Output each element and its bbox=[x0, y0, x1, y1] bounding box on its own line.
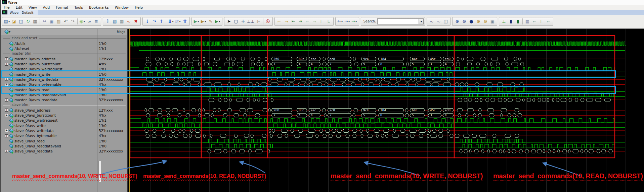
add-to-wave-button[interactable]: ⇩ bbox=[104, 18, 111, 25]
hatch-display-button[interactable]: ▦ bbox=[524, 18, 531, 25]
signal-row-avs_byteenable[interactable]: +slave_0/avs_byteenable4'hx bbox=[1, 133, 128, 138]
menu-format[interactable]: Format bbox=[53, 5, 71, 9]
find-prev-button[interactable]: ∞ bbox=[435, 18, 442, 25]
expand-icon[interactable]: + bbox=[5, 57, 8, 60]
menu-bookmarks[interactable]: Bookmarks bbox=[86, 5, 112, 9]
zoom-mode-button[interactable]: ▢ bbox=[232, 18, 240, 25]
prev-transition-button[interactable]: ⇤ bbox=[290, 18, 297, 25]
cursor-toggle-button[interactable]: ⊥ bbox=[500, 18, 507, 25]
expand-icon[interactable]: + bbox=[5, 99, 8, 102]
signal-row-avm_burstcount[interactable]: +master_0/avm_burstcount4'hx bbox=[1, 62, 128, 67]
next-edge-button[interactable]: ¬ bbox=[311, 18, 318, 25]
edge-prev-button[interactable]: ⌐ bbox=[531, 18, 538, 25]
zoom-in-button[interactable]: ⊕ bbox=[454, 18, 461, 25]
signal-row-avs_write[interactable]: slave_0/avs_write1'h0 bbox=[1, 123, 128, 128]
menu-view[interactable]: View bbox=[26, 5, 40, 9]
redo-button[interactable]: ↷ bbox=[69, 18, 76, 25]
expand-icon[interactable]: + bbox=[5, 114, 8, 117]
prev-fall-button[interactable]: Γ bbox=[318, 18, 325, 25]
next-fall-button[interactable]: L bbox=[325, 18, 332, 25]
run-doc-2-button[interactable]: ▶▼ bbox=[200, 18, 207, 25]
zoom-full-button[interactable]: ● bbox=[468, 18, 475, 25]
save-button[interactable]: ◫ bbox=[17, 18, 25, 25]
run-all-button[interactable]: ⇊▼ bbox=[167, 18, 174, 25]
stop-sim-icon[interactable]: ⦿ bbox=[264, 18, 271, 25]
run-doc-1-button[interactable]: ▶▼ bbox=[193, 18, 200, 25]
delete-button[interactable]: ✖ bbox=[132, 18, 139, 25]
signal-row-avs_waitrequest[interactable]: slave_0/avs_waitrequest1'h1 bbox=[1, 118, 128, 123]
search-options-button[interactable]: ◫ bbox=[442, 18, 449, 25]
expand-icon[interactable]: + bbox=[5, 134, 8, 137]
open-button[interactable]: ◪ bbox=[10, 18, 17, 25]
cut-button[interactable]: ✂ bbox=[41, 18, 48, 25]
signal-row-avm_readdata[interactable]: +master_0/avm_readdata32'hxxxxxxxx bbox=[1, 98, 128, 103]
menu-help[interactable]: Help bbox=[132, 5, 146, 9]
edit-wave-button[interactable]: ▧ bbox=[111, 18, 118, 25]
expand-all-button[interactable]: ⇒▼ bbox=[351, 18, 358, 25]
edge-rise-button[interactable]: Γ bbox=[538, 18, 545, 25]
zoom-cursor-button[interactable]: ⊕ bbox=[475, 18, 482, 25]
edit-cursors-button[interactable]: ⊥⊥ bbox=[247, 18, 255, 25]
select-mode-button[interactable]: ➤ bbox=[225, 18, 232, 25]
group-divider-slave-bfm[interactable]: slave bfm bbox=[1, 103, 128, 108]
undo-button[interactable]: ↶ bbox=[62, 18, 69, 25]
restart-button[interactable]: ↓ bbox=[144, 18, 151, 25]
signal-row-avs_writedata[interactable]: +slave_0/avs_writedata32'hxxxxxxxx bbox=[1, 128, 128, 133]
zoom-out-button[interactable]: ⊖ bbox=[461, 18, 468, 25]
signal-row-avs_read[interactable]: slave_0/avs_read1'h0 bbox=[1, 138, 128, 143]
run-doc-3-button[interactable]: ▶▼ bbox=[214, 18, 221, 25]
paste-button[interactable]: ▨ bbox=[55, 18, 62, 25]
reload-button[interactable]: ↻ bbox=[25, 18, 32, 25]
menu-file[interactable]: File bbox=[1, 5, 13, 9]
signal-row-avs_readdatavalid[interactable]: slave_0/avs_readdatavalid1'h0 bbox=[1, 143, 128, 148]
leaf-names-button[interactable]: ▮ bbox=[507, 18, 514, 25]
expand-icon[interactable]: + bbox=[5, 109, 8, 112]
signal-row-avs_burstcount[interactable]: +slave_0/avs_burstcount4'hx bbox=[1, 113, 128, 118]
find-next-button[interactable]: ∞ bbox=[428, 18, 435, 25]
run-up-button[interactable]: ↑ bbox=[158, 18, 165, 25]
signal-row-clk[interactable]: /tb/clk1'h0 bbox=[1, 41, 128, 46]
tab-wave-default[interactable]: Wave - Default bbox=[1, 10, 38, 15]
new-file-button[interactable]: ▤▼ bbox=[3, 18, 10, 25]
group-divider-clock-and-reset[interactable]: clock and reset bbox=[1, 36, 128, 41]
cursor-lock-button[interactable]: ⊩ bbox=[255, 18, 262, 25]
group-divider-master-bfm[interactable]: master bfm bbox=[1, 51, 128, 56]
compile-button[interactable]: ◉▼ bbox=[79, 18, 86, 25]
expand-right-button[interactable]: ⇢▼ bbox=[344, 18, 351, 25]
menu-window[interactable]: Window bbox=[112, 5, 132, 9]
menu-edit[interactable]: Edit bbox=[13, 5, 26, 9]
edit-run-button[interactable]: ✎ bbox=[207, 18, 214, 25]
prev-edge-button[interactable]: ⌐ bbox=[304, 18, 311, 25]
signal-names-pane[interactable]: ▼ Msgs clock and reset/tb/clk1'h0/tb/res… bbox=[1, 29, 128, 192]
objects-button[interactable]: ≡ bbox=[93, 18, 100, 25]
copy-button[interactable]: ▣ bbox=[48, 18, 55, 25]
pane-header-dropdown-icon[interactable]: ▼ bbox=[9, 30, 10, 33]
expand-icon[interactable]: + bbox=[5, 83, 8, 86]
signal-row-avm_address[interactable]: +master_0/avm_address12'hxxx bbox=[1, 56, 128, 61]
pane-header-icon[interactable] bbox=[5, 30, 8, 34]
delete-cursor-button[interactable]: ¬ bbox=[283, 18, 290, 25]
step-over-button[interactable]: ⇈ bbox=[181, 18, 188, 25]
names-values-separator[interactable] bbox=[97, 29, 97, 192]
pan-mode-button[interactable]: ✛ bbox=[240, 18, 247, 25]
zoom-mode2-button[interactable]: ▣ bbox=[489, 18, 496, 25]
expand-icon[interactable]: + bbox=[5, 129, 8, 132]
zoom-range-button[interactable]: ⊖ bbox=[482, 18, 489, 25]
signal-row-avs_address[interactable]: +slave_0/avs_address12'hxxx bbox=[1, 108, 128, 113]
signal-row-avs_readdata[interactable]: +slave_0/avs_readdata32'hxxxxxxxx bbox=[1, 149, 128, 154]
signal-row-reset[interactable]: /tb/reset1'h1 bbox=[1, 46, 128, 51]
next-transition-button[interactable]: ⇥ bbox=[297, 18, 304, 25]
expand-icon[interactable]: + bbox=[5, 150, 8, 153]
edge-fall-button[interactable]: ⌐ bbox=[545, 18, 552, 25]
print-button[interactable]: ▦ bbox=[32, 18, 39, 25]
search-input[interactable] bbox=[377, 18, 419, 24]
run-continue-button[interactable]: ↷ bbox=[151, 18, 158, 25]
insert-cursor-button[interactable]: ⌐ bbox=[276, 18, 283, 25]
waveform-canvas[interactable]: 26080ceacac89c4184b4c45ced07447585342608… bbox=[128, 29, 644, 192]
menu-add[interactable]: Add bbox=[40, 5, 53, 9]
find-button[interactable]: ∞ bbox=[86, 18, 93, 25]
search-dropdown-button[interactable]: ▼ bbox=[419, 18, 424, 24]
expand-left-button[interactable]: ⇠▼ bbox=[337, 18, 344, 25]
expand-icon[interactable]: + bbox=[5, 63, 8, 66]
insert-grid-button[interactable]: ▦ bbox=[118, 18, 125, 25]
